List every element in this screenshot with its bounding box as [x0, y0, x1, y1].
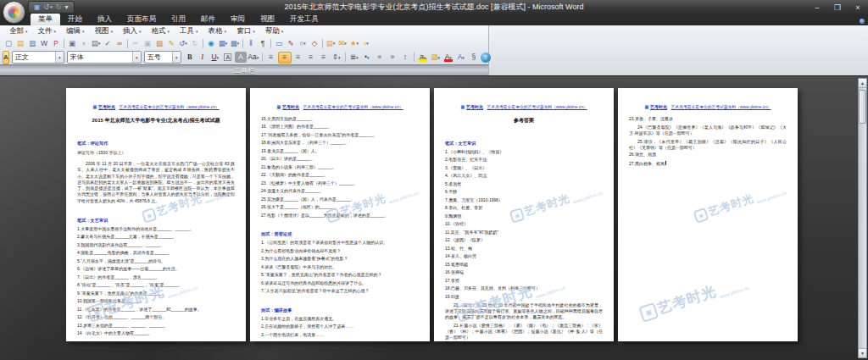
print-icon[interactable]: ▣: [66, 38, 78, 49]
undo-icon[interactable]: ↺ ▾: [177, 38, 189, 49]
menu-all[interactable]: 全部 ▾: [4, 26, 33, 36]
read-layout-icon[interactable]: ▤ ▾: [90, 38, 102, 49]
menu-file[interactable]: 文件 ▾: [33, 26, 62, 36]
print-preview-icon[interactable]: ▫: [78, 38, 90, 49]
menu-window[interactable]: 窗口 ▾: [231, 26, 260, 36]
open-folder-icon[interactable]: ▤: [14, 38, 26, 49]
numbering-button[interactable]: ≣ ▾: [348, 52, 360, 63]
align-center-button[interactable]: ≡: [278, 52, 292, 64]
decrease-indent-button[interactable]: «: [374, 52, 386, 63]
spelling-icon[interactable]: ✓: [102, 38, 114, 49]
increase-indent-button[interactable]: »: [387, 52, 398, 63]
brand-logo-icon: ▣: [644, 104, 648, 109]
bold-button[interactable]: B: [184, 52, 196, 63]
show-marks-icon[interactable]: ¶: [257, 38, 269, 49]
menu-insert[interactable]: 插入 ▾: [118, 26, 147, 36]
redo-icon[interactable]: ↻: [189, 38, 201, 49]
highlight-button[interactable]: a ▾: [417, 52, 429, 63]
word-document-icon[interactable]: W: [38, 38, 50, 49]
maximize-button[interactable]: ❐: [827, 1, 848, 14]
text-line: 6.《边城》讲述了翠翠的故事——过着______的生活。: [77, 267, 235, 272]
drawing-icon[interactable]: ✎: [285, 38, 297, 49]
line-spacing-button[interactable]: ⇕ ▾: [331, 52, 342, 63]
tab-mailings[interactable]: 邮件: [193, 14, 223, 25]
format-painter-icon[interactable]: ✎: [165, 38, 177, 49]
shading-color-button[interactable]: ▨ ▾: [430, 52, 442, 63]
bullets-button[interactable]: • ▾: [361, 52, 373, 63]
tab-review[interactable]: 审阅: [223, 14, 253, 25]
text-line: 5.“采菊东篱下，悠然见南山”的作者是谁？作者的心境是怎样的？: [261, 273, 419, 278]
underline-button[interactable]: U ▾: [209, 52, 221, 63]
justify-button[interactable]: ≡: [305, 52, 317, 63]
document-map-icon[interactable]: ▭: [273, 38, 285, 49]
italic-button[interactable]: I: [197, 52, 209, 63]
redo-icon[interactable]: ↻: [56, 4, 62, 11]
zoom-icon[interactable]: ○ ▾: [297, 38, 309, 49]
menu-edit[interactable]: 编辑 ▾: [61, 26, 90, 36]
char-border-button[interactable]: A: [222, 52, 234, 63]
insert-hyperlink-icon[interactable]: ◉: [205, 38, 217, 49]
toolbar-caption[interactable]: 工具栏: [0, 64, 488, 75]
scroll-up-icon[interactable]: ▲: [859, 79, 866, 88]
text-line: 2.为什么有些电影业内评价很高却不卖座？: [261, 249, 419, 254]
chevron-down-icon[interactable]: ▾: [172, 52, 181, 63]
save-icon[interactable]: ▣: [34, 4, 41, 11]
font-color-button[interactable]: A ▾: [442, 52, 454, 63]
style-select[interactable]: 正文 ▾: [12, 51, 64, 64]
menu-view[interactable]: 视图 ▾: [90, 26, 119, 36]
char-shading-button[interactable]: A: [235, 52, 247, 63]
menu-tools[interactable]: 工具 ▾: [175, 26, 203, 36]
menu-table[interactable]: 表格 ▾: [203, 26, 232, 36]
distribute-button[interactable]: ≡: [318, 52, 330, 63]
cut-icon[interactable]: ✂: [130, 38, 142, 49]
tab-view[interactable]: 视图: [253, 14, 282, 25]
undo-icon[interactable]: ↺ ▾: [44, 4, 53, 11]
chevron-down-icon[interactable]: ▾: [55, 52, 64, 63]
char-effects-button[interactable]: A ▾: [455, 52, 467, 63]
page-3[interactable]: ▣艺考时光 艺术高考最全最专业的艺考试题资料（www.yktime.cn） 参考…: [434, 88, 614, 341]
align-right-button[interactable]: ≡: [292, 52, 304, 63]
page-4[interactable]: ▣艺考时光 艺术高考最全最专业的艺考试题资料（www.yktime.cn） 23…: [618, 88, 798, 341]
menu-format[interactable]: 格式 ▾: [147, 26, 175, 36]
columns-icon[interactable]: ‖: [245, 38, 257, 49]
full-screen-icon[interactable]: ◇: [309, 38, 320, 49]
page-1[interactable]: ▣艺考时光 艺术高考最全最专业的艺考试题资料（www.yktime.cn） 20…: [66, 88, 246, 341]
window-layout-icon[interactable]: ▫ ▾: [360, 38, 372, 49]
font-size-select[interactable]: 五号 ▾: [144, 51, 181, 64]
research-icon[interactable]: ∞: [114, 38, 125, 49]
help-button[interactable]: ?: [481, 53, 491, 63]
save-icon[interactable]: ▥: [26, 38, 38, 49]
copy-icon[interactable]: ▣: [142, 38, 153, 49]
menu-help[interactable]: 帮助 ▾: [260, 26, 289, 36]
favorites-icon[interactable]: ★ ▾: [348, 38, 360, 49]
tab-home[interactable]: 开始: [60, 14, 90, 25]
tab-insert[interactable]: 插入: [90, 14, 120, 25]
text-line: 13.岁寒三友指的是______、______、______。: [77, 324, 235, 329]
tab-page-layout[interactable]: 页面布局: [120, 14, 164, 25]
tab-references[interactable]: 引用: [164, 14, 193, 25]
font-select[interactable]: 宋体 ▾: [67, 51, 142, 64]
envelope-icon[interactable]: ✉ ▾: [337, 38, 348, 49]
vertical-scrollbar[interactable]: ▲ ▼: [858, 78, 867, 358]
change-case-button[interactable]: Aa ▾: [248, 52, 259, 63]
tab-menu[interactable]: 菜单: [31, 14, 60, 25]
minimize-button[interactable]: –: [807, 1, 827, 14]
tab-developer[interactable]: 开发工具: [282, 14, 326, 25]
style-area-icon[interactable]: A: [3, 51, 9, 64]
sort-button[interactable]: ↕: [399, 52, 411, 63]
export-pdf-icon[interactable]: P: [50, 38, 62, 49]
paste-icon[interactable]: ▧: [153, 38, 165, 49]
chevron-down-icon[interactable]: ▾: [132, 52, 141, 63]
office-button[interactable]: [3, 1, 25, 24]
scroll-down-icon[interactable]: ▼: [859, 348, 866, 357]
folder-options-icon[interactable]: ▤ ▾: [325, 38, 337, 49]
customize-quick-access-icon[interactable]: ▾: [64, 4, 68, 11]
insert-table-icon[interactable]: ▦ ▾: [217, 38, 229, 49]
close-button[interactable]: ×: [848, 1, 868, 14]
asian-layout-button[interactable]: §: [468, 52, 480, 63]
scrollbar-thumb[interactable]: [859, 90, 866, 124]
page-2[interactable]: ▣艺考时光 艺术高考最全最专业的艺考试题资料（www.yktime.cn） 15…: [250, 88, 430, 341]
borders-icon[interactable]: ▩ ▾: [229, 38, 241, 49]
new-document-icon[interactable]: ▢: [3, 38, 14, 49]
align-left-button[interactable]: ≡: [265, 52, 277, 63]
